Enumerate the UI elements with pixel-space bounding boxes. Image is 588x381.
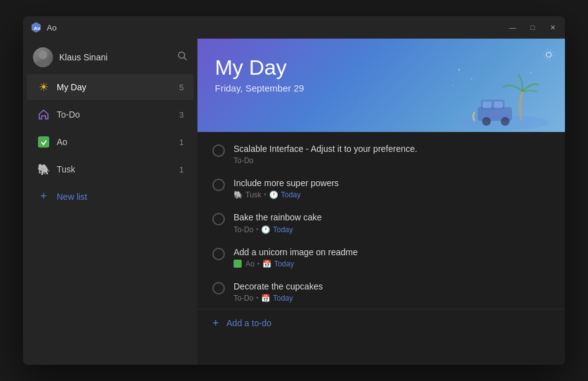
sidebar-todo-label: To-Do: [57, 110, 173, 120]
new-list-button[interactable]: + New list: [27, 184, 194, 209]
plus-icon: +: [37, 190, 50, 203]
sidebar-ao-count: 1: [179, 138, 184, 147]
svg-point-2: [39, 50, 47, 59]
svg-point-19: [546, 52, 551, 57]
main-content: My Day Friday, September 29: [197, 39, 565, 365]
clock-icon: 🕐: [269, 190, 278, 199]
ao-check-small-icon: [234, 260, 242, 268]
task-checkbox[interactable]: [212, 213, 225, 225]
svg-text:Ao: Ao: [34, 26, 40, 31]
task-content: Decorate the cupcakes To-Do • 📅 Today: [234, 281, 550, 303]
separator: •: [256, 294, 258, 303]
new-list-label: New list: [57, 192, 87, 202]
task-item[interactable]: Decorate the cupcakes To-Do • 📅 Today: [197, 275, 565, 309]
clock-icon: 🕐: [261, 225, 270, 234]
tasks-list: Scalable Interface - Adjust it to your p…: [197, 132, 565, 365]
svg-point-12: [484, 119, 489, 124]
svg-line-5: [184, 58, 187, 60]
avatar: [33, 47, 53, 67]
task-item[interactable]: Add a unicorn image on readme Ao • 📅 Tod…: [197, 240, 565, 275]
task-checkbox[interactable]: [212, 282, 225, 294]
sidebar-my-day-label: My Day: [57, 82, 173, 92]
svg-point-20: [544, 50, 554, 60]
scene-illustration: [440, 57, 552, 132]
task-checkbox[interactable]: [212, 144, 225, 157]
task-meta: To-Do • 🕐 Today: [234, 225, 550, 234]
task-due-today: Today: [274, 260, 294, 268]
user-profile[interactable]: Klaus Sinani: [23, 41, 197, 73]
task-due-today: Today: [273, 225, 293, 234]
maximize-button[interactable]: □: [528, 24, 538, 32]
separator: •: [256, 225, 258, 234]
sidebar-ao-label: Ao: [57, 137, 173, 147]
home-icon: [37, 108, 50, 121]
svg-point-18: [452, 85, 453, 86]
sidebar-tusk-count: 1: [179, 165, 184, 174]
task-list-name: To-Do: [234, 294, 254, 303]
calendar-icon: 📅: [261, 294, 270, 303]
search-icon[interactable]: [178, 51, 187, 64]
sidebar: Klaus Sinani ☀ My Day 5: [23, 39, 197, 365]
add-plus-icon: +: [212, 317, 219, 330]
header-banner: My Day Friday, September 29: [197, 39, 565, 132]
task-item[interactable]: Include more super powers 🐘 Tusk • 🕐 Tod…: [197, 171, 565, 205]
ao-check-icon: [37, 135, 50, 149]
task-list-name: To-Do: [234, 225, 254, 234]
task-title: Bake the rainbow cake: [234, 212, 550, 223]
user-name: Klaus Sinani: [59, 52, 171, 62]
task-content: Scalable Interface - Adjust it to your p…: [234, 143, 550, 165]
task-due-today: Today: [273, 294, 293, 303]
app-title: Ao: [47, 23, 508, 32]
sidebar-item-ao[interactable]: Ao 1: [27, 129, 194, 155]
task-checkbox[interactable]: [212, 248, 225, 260]
task-content: Include more super powers 🐘 Tusk • 🕐 Tod…: [234, 177, 550, 199]
svg-point-14: [503, 119, 508, 124]
svg-rect-10: [494, 101, 503, 108]
task-title: Scalable Interface - Adjust it to your p…: [234, 143, 550, 154]
task-list-name: To-Do: [234, 156, 254, 165]
sidebar-my-day-count: 5: [179, 83, 184, 92]
sidebar-tusk-label: Tusk: [57, 164, 173, 174]
brightness-icon[interactable]: [541, 47, 556, 65]
task-meta: To-Do: [234, 156, 550, 165]
elephant-icon: 🐘: [37, 162, 50, 176]
app-logo-icon: Ao: [31, 22, 42, 33]
task-item[interactable]: Bake the rainbow cake To-Do • 🕐 Today: [197, 205, 565, 240]
window-controls: — □ ✕: [508, 24, 557, 32]
sidebar-todo-count: 3: [179, 110, 184, 120]
task-meta: 🐘 Tusk • 🕐 Today: [234, 190, 550, 199]
task-title: Include more super powers: [234, 177, 550, 189]
app-window: Ao Ao — □ ✕ Klaus Sinani: [23, 16, 565, 365]
task-meta: To-Do • 📅 Today: [234, 294, 550, 303]
separator: •: [264, 190, 267, 199]
task-title: Add a unicorn image on readme: [234, 247, 550, 258]
task-title: Decorate the cupcakes: [234, 281, 550, 292]
svg-point-3: [36, 60, 50, 67]
close-button[interactable]: ✕: [548, 24, 557, 32]
separator: •: [257, 260, 260, 268]
svg-point-17: [530, 72, 531, 73]
add-todo-label: Add a to-do: [227, 318, 272, 328]
svg-point-15: [458, 69, 460, 71]
sidebar-item-to-do[interactable]: To-Do 3: [27, 101, 194, 128]
titlebar: Ao Ao — □ ✕: [23, 16, 565, 39]
app-body: Klaus Sinani ☀ My Day 5: [23, 39, 565, 365]
task-checkbox[interactable]: [212, 179, 225, 191]
task-meta: Ao • 📅 Today: [234, 260, 550, 268]
task-list-icon: 🐘: [234, 190, 243, 199]
task-due-today: Today: [281, 190, 301, 199]
task-item[interactable]: Scalable Interface - Adjust it to your p…: [197, 137, 565, 171]
task-content: Bake the rainbow cake To-Do • 🕐 Today: [234, 212, 550, 233]
task-list-name: Tusk: [245, 190, 262, 199]
add-todo-button[interactable]: + Add a to-do: [197, 309, 565, 337]
svg-point-16: [471, 78, 472, 80]
sun-icon: ☀: [37, 80, 50, 94]
sidebar-item-my-day[interactable]: ☀ My Day 5: [27, 74, 194, 100]
minimize-button[interactable]: —: [508, 24, 518, 32]
task-content: Add a unicorn image on readme Ao • 📅 Tod…: [234, 247, 550, 268]
calendar-icon: 📅: [262, 260, 272, 268]
svg-rect-9: [483, 101, 491, 108]
sidebar-item-tusk[interactable]: 🐘 Tusk 1: [27, 156, 194, 182]
task-list-name: Ao: [245, 260, 255, 268]
